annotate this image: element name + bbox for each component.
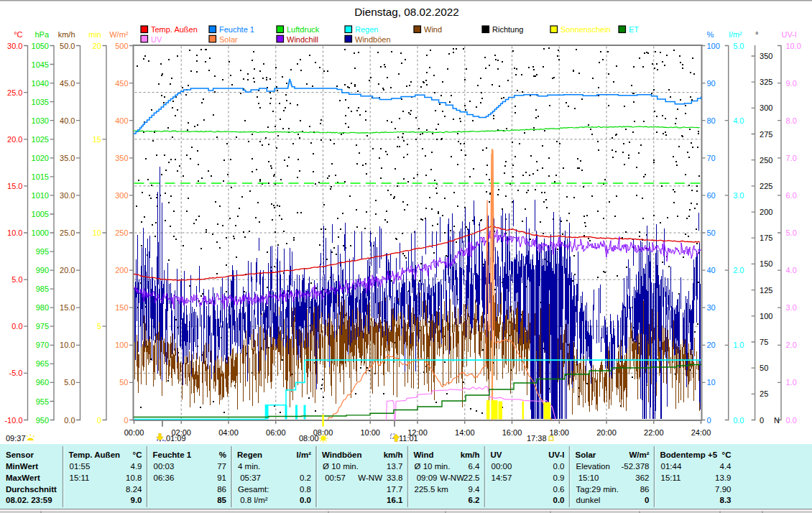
svg-text:50: 50 <box>760 364 768 372</box>
svg-text:1.0: 1.0 <box>733 341 744 349</box>
svg-text:9.0: 9.0 <box>786 79 797 88</box>
svg-text:Dienstag, 08.02.2022: Dienstag, 08.02.2022 <box>354 6 458 18</box>
svg-text:Tag:29 min.: Tag:29 min. <box>576 485 619 494</box>
svg-text:50: 50 <box>119 378 128 387</box>
svg-text:15:11: 15:11 <box>70 473 90 482</box>
svg-text:UV: UV <box>491 450 502 459</box>
svg-text:9.4: 9.4 <box>469 485 481 494</box>
svg-text:N: N <box>774 416 780 425</box>
svg-text:1005: 1005 <box>32 210 49 218</box>
svg-text:04:00: 04:00 <box>218 428 239 437</box>
svg-text:225: 225 <box>760 182 772 190</box>
svg-text:00:00: 00:00 <box>124 428 144 437</box>
svg-text:09:37: 09:37 <box>6 434 26 443</box>
svg-text:20: 20 <box>707 341 716 349</box>
svg-text:9.0: 9.0 <box>131 496 142 504</box>
svg-text:0.0: 0.0 <box>733 416 744 425</box>
svg-text:77: 77 <box>217 462 226 471</box>
svg-text:80: 80 <box>707 116 716 125</box>
svg-text:Solar: Solar <box>219 35 238 44</box>
svg-text:W/m²: W/m² <box>109 30 129 39</box>
svg-text:4.0: 4.0 <box>733 116 744 125</box>
svg-text:Wind: Wind <box>424 25 442 34</box>
svg-text:50: 50 <box>707 228 716 237</box>
svg-text:6.0: 6.0 <box>786 191 797 200</box>
svg-text:25: 25 <box>760 389 768 398</box>
svg-text:l/m²: l/m² <box>297 450 312 459</box>
svg-text:2.0: 2.0 <box>733 266 744 274</box>
svg-text:Gesamt:: Gesamt: <box>238 485 269 494</box>
svg-text:Sonnenschein: Sonnenschein <box>560 25 611 34</box>
svg-text:960: 960 <box>36 378 49 387</box>
svg-text:4.4: 4.4 <box>720 462 732 471</box>
svg-text:17:38: 17:38 <box>527 434 547 443</box>
svg-text:15:10: 15:10 <box>576 473 599 482</box>
svg-text:Durchschnitt: Durchschnitt <box>6 485 57 494</box>
svg-text:40.0: 40.0 <box>60 116 75 125</box>
svg-text:2.0: 2.0 <box>786 341 797 349</box>
svg-text:15: 15 <box>93 135 101 144</box>
svg-text:W-NW: W-NW <box>358 473 382 482</box>
svg-text:20.0: 20.0 <box>7 135 22 144</box>
svg-text:6.4: 6.4 <box>469 462 481 471</box>
svg-text:10:00: 10:00 <box>360 428 380 437</box>
svg-text:11:01: 11:01 <box>399 434 418 443</box>
svg-text:UV-I: UV-I <box>782 30 797 39</box>
svg-text:0.8: 0.8 <box>300 485 311 494</box>
svg-text:Elevation: Elevation <box>576 462 610 471</box>
svg-text:1045: 1045 <box>32 60 49 69</box>
svg-text:25.0: 25.0 <box>7 88 22 97</box>
svg-text:08.02. 23:59: 08.02. 23:59 <box>6 496 52 504</box>
svg-text:0.0: 0.0 <box>553 462 565 471</box>
svg-text:4.0: 4.0 <box>786 266 797 274</box>
svg-text:0.0: 0.0 <box>64 416 75 425</box>
svg-text:150: 150 <box>760 259 772 268</box>
svg-text:300: 300 <box>760 103 772 112</box>
svg-text:00:57: 00:57 <box>323 473 346 482</box>
svg-text:14:57: 14:57 <box>492 473 512 482</box>
svg-text:06:36: 06:36 <box>154 473 175 482</box>
svg-text:10.0: 10.0 <box>786 42 801 50</box>
svg-text:25.0: 25.0 <box>60 228 75 237</box>
svg-text:1020: 1020 <box>32 154 49 162</box>
svg-text:85: 85 <box>217 496 226 504</box>
svg-text:01:09: 01:09 <box>166 434 186 443</box>
svg-text:5: 5 <box>97 322 101 331</box>
svg-text:30.0: 30.0 <box>60 191 75 200</box>
svg-text:1.0: 1.0 <box>786 378 797 387</box>
svg-text:7.0: 7.0 <box>786 154 797 162</box>
svg-text:-52.378: -52.378 <box>621 462 649 471</box>
svg-text:0: 0 <box>760 416 764 425</box>
svg-text:150: 150 <box>115 303 128 312</box>
svg-text:°C: °C <box>14 30 22 39</box>
svg-text:10.8: 10.8 <box>126 473 142 482</box>
svg-text:350: 350 <box>760 52 772 60</box>
svg-text:1000: 1000 <box>32 228 49 237</box>
svg-text:86: 86 <box>640 485 650 494</box>
svg-text:985: 985 <box>36 285 49 293</box>
svg-text:100: 100 <box>760 312 772 320</box>
svg-text:14:00: 14:00 <box>455 428 475 437</box>
svg-text:Feuchte 1: Feuchte 1 <box>219 25 254 34</box>
svg-text:400: 400 <box>115 116 128 125</box>
svg-text:1030: 1030 <box>32 116 49 125</box>
svg-text:325: 325 <box>760 78 772 86</box>
svg-text:Windböen: Windböen <box>322 450 361 459</box>
svg-text:7.90: 7.90 <box>715 485 731 494</box>
svg-text:175: 175 <box>760 234 772 242</box>
svg-text:86: 86 <box>217 485 226 494</box>
svg-text:0: 0 <box>124 416 128 425</box>
svg-text:0.9: 0.9 <box>553 473 565 482</box>
svg-text:W/m²: W/m² <box>629 450 649 459</box>
svg-text:-10.0: -10.0 <box>4 416 22 425</box>
svg-text:30.0: 30.0 <box>7 42 22 50</box>
svg-text:Feuchte 1: Feuchte 1 <box>153 450 192 459</box>
svg-text:275: 275 <box>760 130 772 139</box>
svg-text:0.6: 0.6 <box>553 485 565 494</box>
svg-text:10: 10 <box>93 228 101 237</box>
svg-text:dunkel: dunkel <box>576 496 601 504</box>
svg-text:-5.0: -5.0 <box>9 369 23 377</box>
svg-text:km/h: km/h <box>58 30 75 39</box>
svg-text:Luftdruck: Luftdruck <box>287 25 320 34</box>
svg-text:00:03: 00:03 <box>154 462 175 471</box>
